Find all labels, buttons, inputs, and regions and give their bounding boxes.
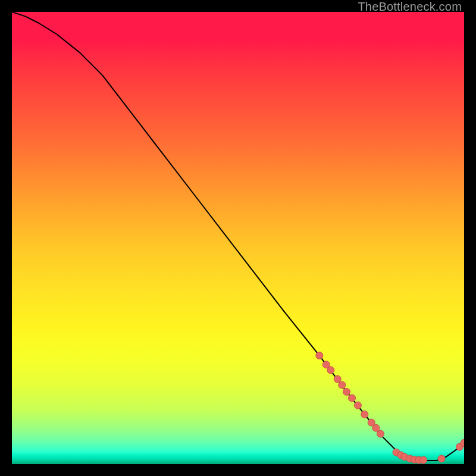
data-marker: [372, 424, 380, 431]
data-marker: [361, 411, 368, 418]
chart-stage: TheBottleneck.com: [0, 0, 476, 476]
data-marker: [343, 388, 350, 395]
data-marker: [438, 455, 445, 462]
bottleneck-curve: [12, 12, 464, 461]
data-marker: [354, 402, 361, 409]
plot-area: [12, 12, 464, 464]
chart-svg: [12, 12, 464, 464]
data-marker: [334, 375, 341, 383]
data-marker: [349, 394, 356, 402]
data-marker: [316, 352, 323, 359]
data-marker: [339, 381, 346, 389]
data-marker: [377, 430, 384, 437]
data-markers: [316, 352, 464, 464]
data-marker: [327, 367, 334, 374]
data-marker: [420, 456, 427, 464]
